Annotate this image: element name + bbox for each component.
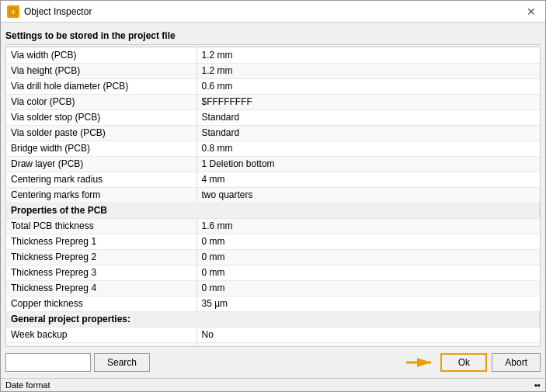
property-value: 4 mm <box>196 172 540 187</box>
property-value: $FFFFFFFF <box>196 94 540 109</box>
table-row[interactable]: Via color (PCB) $FFFFFFFF <box>6 94 540 109</box>
property-label: Bridge width (PCB) <box>6 140 196 156</box>
properties-table: Via width (PCB) 1.2 mm Via height (PCB) … <box>6 47 540 347</box>
table-row[interactable]: Via height (PCB) 1.2 mm <box>6 63 540 78</box>
property-value: Standard <box>196 109 540 125</box>
property-value: 0 mm <box>196 234 540 249</box>
close-button[interactable]: ✕ <box>523 4 539 19</box>
property-label: Copper thickness <box>6 296 196 311</box>
table-row: General project properties: <box>6 311 540 327</box>
footer-left: Search <box>5 353 150 372</box>
property-value: No <box>196 327 540 342</box>
property-value: 0 mm <box>196 280 540 296</box>
table-row[interactable]: Thickness Prepreg 2 0 mm <box>6 249 540 265</box>
section-label: General project properties: <box>6 311 540 327</box>
window-icon: i <box>7 5 19 18</box>
window-title: Object Inspector <box>24 6 92 17</box>
property-value: two quarters <box>196 187 540 203</box>
table-row[interactable]: Via solder stop (PCB) Standard <box>6 109 540 125</box>
footer-right: Ok Abort <box>405 353 541 372</box>
status-corner: ▪▪ <box>534 380 541 390</box>
property-label: Draw layer (PCB) <box>6 156 196 172</box>
property-label: Via solder stop (PCB) <box>6 109 196 125</box>
table-row[interactable]: Thickness Prepreg 3 0 mm <box>6 265 540 280</box>
table-row[interactable]: Via solder paste (PCB) Standard <box>6 125 540 140</box>
table-row[interactable]: Thickness Prepreg 4 0 mm <box>6 280 540 296</box>
property-label: Week backup <box>6 327 196 342</box>
property-label: Via color (PCB) <box>6 94 196 109</box>
svg-text:i: i <box>12 9 14 16</box>
property-value: 0 mm <box>196 265 540 280</box>
property-label: Via solder paste (PCB) <box>6 125 196 140</box>
property-value: 1.2 mm <box>196 63 540 78</box>
property-value: 0.8 mm <box>196 140 540 156</box>
ok-button[interactable]: Ok <box>440 353 487 372</box>
property-label: Total PCB thickness <box>6 218 196 234</box>
abort-button[interactable]: Abort <box>492 353 541 372</box>
property-label: Via width (PCB) <box>6 47 196 63</box>
property-value: 1.6 mm <box>196 218 540 234</box>
property-value: 0 mm <box>196 249 540 265</box>
table-row[interactable]: Centering mark radius 4 mm <box>6 172 540 187</box>
property-label: Thickness Prepreg 3 <box>6 265 196 280</box>
property-value: 1 Deletion bottom <box>196 156 540 172</box>
table-row[interactable]: Thickness Prepreg 1 0 mm <box>6 234 540 249</box>
property-label: Via height (PCB) <box>6 63 196 78</box>
property-label: Thickness Prepreg 1 <box>6 234 196 249</box>
property-label: Centering mark radius <box>6 172 196 187</box>
title-bar-left: i Object Inspector <box>7 5 92 18</box>
search-button[interactable]: Search <box>94 353 150 372</box>
property-value: 35 µm <box>196 296 540 311</box>
title-bar: i Object Inspector ✕ <box>1 1 545 23</box>
ok-arrow-icon <box>405 353 436 372</box>
table-row[interactable]: Copper thickness 35 µm <box>6 296 540 311</box>
status-text: Date format <box>5 380 50 390</box>
section-label: Properties of the PCB <box>6 203 540 218</box>
table-row[interactable]: Via width (PCB) 1.2 mm <box>6 47 540 63</box>
search-input[interactable] <box>5 353 91 372</box>
property-label: Via drill hole diameter (PCB) <box>6 78 196 94</box>
table-row[interactable]: Total PCB thickness 1.6 mm <box>6 218 540 234</box>
status-bar: Date format ▪▪ <box>1 378 545 391</box>
property-label: Thickness Prepreg 4 <box>6 280 196 296</box>
table-row: Properties of the PCB <box>6 203 540 218</box>
property-label: Thickness Prepreg 2 <box>6 249 196 265</box>
properties-table-container[interactable]: Via width (PCB) 1.2 mm Via height (PCB) … <box>5 47 541 347</box>
property-label: Centering marks form <box>6 187 196 203</box>
property-value: 1.2 mm <box>196 47 540 63</box>
section-header: Settings to be stored in the project fil… <box>5 27 541 45</box>
object-inspector-window: i Object Inspector ✕ Settings to be stor… <box>0 0 546 392</box>
main-content: Settings to be stored in the project fil… <box>1 23 545 347</box>
footer: Search Ok Abort <box>1 347 545 378</box>
table-row[interactable]: Draw layer (PCB) 1 Deletion bottom <box>6 156 540 172</box>
table-row[interactable]: Week backup No <box>6 327 540 342</box>
property-value: 0.6 mm <box>196 78 540 94</box>
property-value: Standard <box>196 125 540 140</box>
table-row[interactable]: Bridge width (PCB) 0.8 mm <box>6 140 540 156</box>
table-row[interactable]: Via drill hole diameter (PCB) 0.6 mm <box>6 78 540 94</box>
table-row[interactable]: Centering marks form two quarters <box>6 187 540 203</box>
